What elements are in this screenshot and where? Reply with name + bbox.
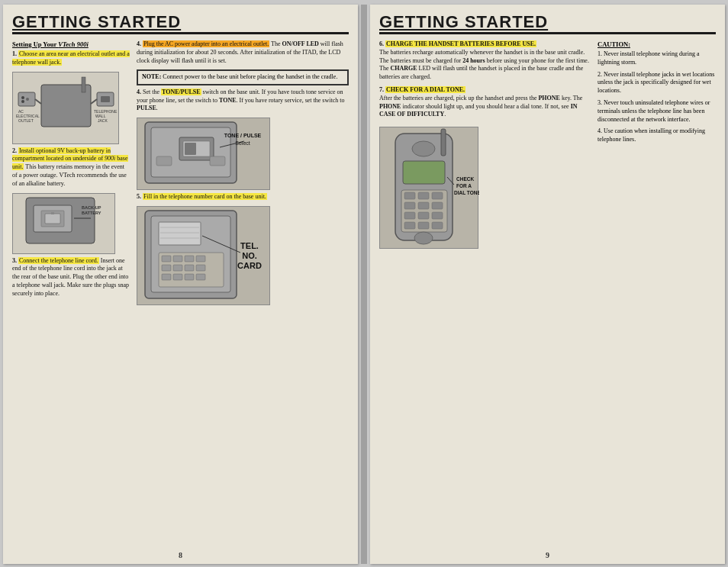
svg-point-73: [414, 232, 433, 244]
caution-title: CAUTION:: [598, 40, 716, 48]
right-page: GETTING STARTED 6. CHARGE THE HANDSET BA…: [370, 5, 725, 564]
step-3-text: 3. Connect the telephone line cord. Inse…: [12, 257, 130, 298]
step-4-power: 4. Plug the AC power adapter into an ele…: [137, 40, 349, 65]
note-box: NOTE: Connect power to the base unit bef…: [137, 69, 349, 85]
svg-rect-41: [162, 256, 171, 262]
setup-title-text: Setting Up Your: [12, 40, 58, 48]
svg-text:BACK-UP: BACK-UP: [82, 205, 101, 210]
step-3: 3. Connect the telephone line cord. Inse…: [12, 257, 130, 298]
svg-text:TONE / PULSE: TONE / PULSE: [224, 133, 262, 138]
svg-rect-51: [185, 274, 194, 280]
left-page-title: GETTING STARTED: [12, 12, 349, 34]
svg-text:TEL.: TEL.: [240, 241, 259, 250]
right-page-number: 9: [546, 551, 549, 559]
step-2-text: 2. Install optional 9V back-up battery i…: [12, 147, 130, 188]
svg-rect-63: [432, 192, 443, 199]
step-5: 5. Fill in the telephone number card on …: [137, 193, 349, 201]
step-7: 7. CHECK FOR A DIAL TONE. After the batt…: [379, 86, 591, 119]
battery-compartment-svg: BACK-UP BATTERY: [14, 194, 114, 253]
tone-pulse-image: TONE / PULSE Select: [137, 118, 270, 190]
svg-rect-70: [404, 222, 415, 229]
svg-text:CHECK: CHECK: [456, 176, 474, 182]
svg-rect-49: [162, 274, 171, 280]
svg-text:JACK: JACK: [98, 118, 108, 123]
svg-rect-69: [432, 212, 443, 219]
svg-rect-28: [185, 143, 196, 155]
caution-item-3: 3. Never touch uninsulated telephone wir…: [598, 99, 716, 124]
svg-rect-50: [173, 274, 182, 280]
handset-svg: CHECK FOR A DIAL TONE: [380, 127, 479, 250]
right-main-column: 6. CHARGE THE HANDSET BATTERIES BEFORE U…: [379, 40, 591, 557]
step-4-tone-text: 4. Set the TONE/PULSE switch on the base…: [137, 89, 349, 113]
svg-text:CARD: CARD: [237, 261, 262, 270]
base-unit-svg: AC ELECTRICAL OUTLET TELEPHONE WALL JACK: [14, 73, 118, 142]
svg-text:FOR A: FOR A: [456, 183, 472, 188]
svg-point-4: [26, 98, 29, 101]
svg-rect-33: [210, 156, 225, 166]
svg-text:DIAL TONE: DIAL TONE: [454, 190, 479, 195]
step-6-text: 6. CHARGE THE HANDSET BATTERIES BEFORE U…: [379, 40, 591, 82]
svg-rect-19: [45, 214, 60, 224]
svg-rect-20: [51, 212, 54, 214]
right-column-left-page: 4. Plug the AC power adapter into an ele…: [137, 40, 349, 557]
tel-card-svg: TEL. NO. CARD: [137, 207, 271, 306]
right-page-title: GETTING STARTED: [379, 12, 716, 34]
caution-item-4: 4. Use caution when installing or modify…: [598, 127, 716, 144]
svg-rect-6: [101, 96, 110, 102]
svg-rect-66: [432, 202, 443, 209]
caution-item-1: 1. Never install telephone wiring during…: [598, 50, 716, 67]
handset-image: CHECK FOR A DIAL TONE: [379, 127, 478, 249]
step-1: 1. Choose an area near an electrical out…: [12, 50, 130, 67]
step-4-power-text: 4. Plug the AC power adapter into an ele…: [137, 40, 349, 65]
caution-item-2: 2. Never install telephone jacks in wet …: [598, 71, 716, 95]
svg-rect-43: [185, 256, 194, 262]
svg-text:Select: Select: [235, 140, 250, 146]
tone-pulse-svg: TONE / PULSE Select: [137, 118, 271, 191]
svg-rect-72: [432, 222, 443, 229]
left-page-number: 8: [179, 551, 182, 559]
svg-line-8: [91, 99, 97, 104]
tel-card-image: TEL. NO. CARD: [137, 206, 270, 305]
base-unit-image-2: BACK-UP BATTERY: [12, 193, 115, 254]
svg-rect-68: [418, 212, 429, 219]
svg-point-3: [21, 100, 24, 103]
step-5-text: 5. Fill in the telephone number card on …: [137, 193, 349, 201]
caution-column: CAUTION: 1. Never install telephone wiri…: [598, 40, 716, 557]
left-column: Setting Up Your VTech 900i 1. Choose an …: [12, 40, 130, 557]
svg-text:NO.: NO.: [242, 251, 257, 260]
svg-rect-36: [159, 222, 201, 245]
step-7-text: 7. CHECK FOR A DIAL TONE. After the batt…: [379, 86, 591, 119]
svg-rect-64: [404, 202, 415, 209]
setup-title: Setting Up Your VTech 900i: [12, 40, 130, 48]
svg-rect-61: [404, 192, 415, 199]
step-6: 6. CHARGE THE HANDSET BATTERIES BEFORE U…: [379, 40, 591, 82]
svg-point-58: [412, 141, 435, 156]
svg-rect-62: [418, 192, 429, 199]
svg-rect-44: [196, 256, 205, 262]
step-1-text: 1. Choose an area near an electrical out…: [12, 50, 130, 67]
base-unit-image-1: AC ELECTRICAL OUTLET TELEPHONE WALL JACK: [12, 72, 119, 144]
svg-text:BATTERY: BATTERY: [82, 211, 101, 215]
svg-rect-48: [196, 265, 205, 271]
page-divider: [361, 5, 367, 564]
svg-point-2: [21, 96, 24, 99]
svg-rect-67: [404, 212, 415, 219]
step-2: 2. Install optional 9V back-up battery i…: [12, 147, 130, 188]
setup-model: VTech 900i: [58, 40, 89, 48]
svg-rect-46: [173, 265, 182, 271]
svg-rect-52: [196, 274, 205, 280]
svg-rect-74: [441, 129, 446, 156]
step-4-tone: 4. Set the TONE/PULSE switch on the base…: [137, 89, 349, 113]
svg-rect-59: [403, 161, 445, 184]
svg-rect-65: [418, 202, 429, 209]
svg-text:OUTLET: OUTLET: [18, 118, 34, 123]
svg-rect-71: [418, 222, 429, 229]
svg-rect-15: [82, 77, 85, 92]
svg-rect-32: [156, 156, 172, 166]
svg-rect-45: [162, 265, 171, 271]
svg-line-7: [35, 99, 41, 104]
left-page: GETTING STARTED Setting Up Your VTech 90…: [3, 5, 358, 564]
svg-rect-42: [173, 256, 182, 262]
svg-rect-47: [185, 265, 194, 271]
